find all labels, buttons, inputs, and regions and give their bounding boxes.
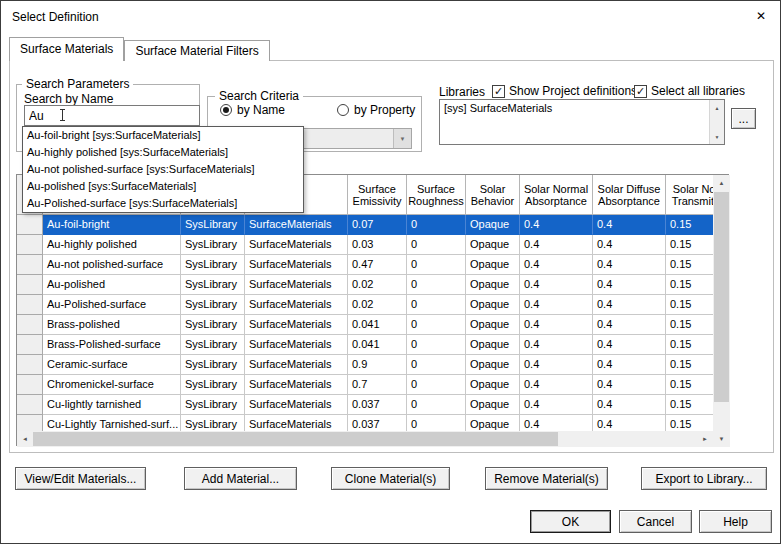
- cell-library[interactable]: SysLibrary: [181, 335, 245, 355]
- cell-name[interactable]: Au-highly polished: [43, 235, 181, 255]
- cell-category[interactable]: SurfaceMaterials: [245, 235, 348, 255]
- table-row[interactable]: Brass-polishedSysLibrarySurfaceMaterials…: [17, 315, 713, 335]
- row-header-cell[interactable]: [17, 275, 43, 295]
- scroll-left-icon[interactable]: ◄: [17, 431, 33, 447]
- combo-dropdown-icon[interactable]: ▼: [393, 129, 411, 148]
- library-list-item[interactable]: [sys] SurfaceMaterials: [440, 100, 724, 116]
- cell-library[interactable]: SysLibrary: [181, 275, 245, 295]
- cell-roughness[interactable]: 0: [407, 355, 466, 375]
- cell-library[interactable]: SysLibrary: [181, 415, 245, 431]
- cell-library[interactable]: SysLibrary: [181, 255, 245, 275]
- cell-name[interactable]: Brass-Polished-surface: [43, 335, 181, 355]
- row-header-cell[interactable]: [17, 215, 43, 235]
- cell-library[interactable]: SysLibrary: [181, 355, 245, 375]
- cell-category[interactable]: SurfaceMaterials: [245, 315, 348, 335]
- ok-button[interactable]: OK: [530, 510, 611, 533]
- cell-diffuse_absorptance[interactable]: 0.4: [593, 335, 666, 355]
- cell-diffuse_absorptance[interactable]: 0.4: [593, 355, 666, 375]
- cell-library[interactable]: SysLibrary: [181, 395, 245, 415]
- cell-normal_transmittance[interactable]: 0.15: [666, 235, 713, 255]
- cell-roughness[interactable]: 0: [407, 395, 466, 415]
- cell-emissivity[interactable]: 0.041: [348, 315, 407, 335]
- cell-normal_transmittance[interactable]: 0.15: [666, 295, 713, 315]
- cell-normal_absorptance[interactable]: 0.4: [520, 235, 593, 255]
- cell-diffuse_absorptance[interactable]: 0.4: [593, 215, 666, 235]
- cell-emissivity[interactable]: 0.037: [348, 395, 407, 415]
- radio-by-property[interactable]: by Property: [337, 103, 415, 117]
- tab-surface-material-filters[interactable]: Surface Material Filters: [124, 40, 269, 61]
- horizontal-scrollbar[interactable]: ◄ ►: [17, 431, 713, 447]
- cell-library[interactable]: SysLibrary: [181, 215, 245, 235]
- table-row[interactable]: Cu-Lightly Tarnished-surf...SysLibrarySu…: [17, 415, 713, 431]
- cell-normal_transmittance[interactable]: 0.15: [666, 395, 713, 415]
- cell-behavior[interactable]: Opaque: [466, 315, 520, 335]
- vertical-scrollbar-thumb[interactable]: [714, 192, 729, 402]
- column-header-behavior[interactable]: Solar Behavior: [466, 175, 520, 215]
- table-row[interactable]: Brass-Polished-surfaceSysLibrarySurfaceM…: [17, 335, 713, 355]
- cell-emissivity[interactable]: 0.9: [348, 355, 407, 375]
- table-row[interactable]: Cu-lightly tarnishedSysLibrarySurfaceMat…: [17, 395, 713, 415]
- cell-normal_transmittance[interactable]: 0.15: [666, 335, 713, 355]
- add-material-button[interactable]: Add Material...: [184, 467, 297, 490]
- cell-category[interactable]: SurfaceMaterials: [245, 295, 348, 315]
- cell-roughness[interactable]: 0: [407, 275, 466, 295]
- scroll-up-icon[interactable]: ▲: [713, 175, 730, 191]
- cell-diffuse_absorptance[interactable]: 0.4: [593, 315, 666, 335]
- column-header-diffuse_absorptance[interactable]: Solar Diffuse Absorptance: [593, 175, 666, 215]
- cell-diffuse_absorptance[interactable]: 0.4: [593, 255, 666, 275]
- cell-diffuse_absorptance[interactable]: 0.4: [593, 415, 666, 431]
- cell-normal_absorptance[interactable]: 0.4: [520, 375, 593, 395]
- cell-normal_transmittance[interactable]: 0.15: [666, 315, 713, 335]
- cell-library[interactable]: SysLibrary: [181, 295, 245, 315]
- cell-diffuse_absorptance[interactable]: 0.4: [593, 395, 666, 415]
- table-row[interactable]: Au-foil-brightSysLibrarySurfaceMaterials…: [17, 215, 713, 235]
- row-header-cell[interactable]: [17, 335, 43, 355]
- cell-normal_absorptance[interactable]: 0.4: [520, 275, 593, 295]
- browse-libraries-button[interactable]: ...: [731, 108, 756, 129]
- cell-name[interactable]: Chromenickel-surface: [43, 375, 181, 395]
- cell-category[interactable]: SurfaceMaterials: [245, 215, 348, 235]
- cell-behavior[interactable]: Opaque: [466, 415, 520, 431]
- column-header-emissivity[interactable]: Surface Emissivity: [348, 175, 407, 215]
- cell-emissivity[interactable]: 0.47: [348, 255, 407, 275]
- cell-behavior[interactable]: Opaque: [466, 395, 520, 415]
- cell-normal_absorptance[interactable]: 0.4: [520, 315, 593, 335]
- close-icon[interactable]: ✕: [756, 9, 766, 23]
- export-to-library-button[interactable]: Export to Library...: [641, 467, 767, 490]
- cell-normal_transmittance[interactable]: 0.15: [666, 355, 713, 375]
- row-header-cell[interactable]: [17, 315, 43, 335]
- libraries-list[interactable]: [sys] SurfaceMaterials ▲ ▼: [439, 99, 725, 145]
- cell-behavior[interactable]: Opaque: [466, 375, 520, 395]
- cell-diffuse_absorptance[interactable]: 0.4: [593, 275, 666, 295]
- help-button[interactable]: Help: [699, 510, 772, 533]
- cell-behavior[interactable]: Opaque: [466, 255, 520, 275]
- cell-normal_transmittance[interactable]: 0.15: [666, 255, 713, 275]
- cell-category[interactable]: SurfaceMaterials: [245, 255, 348, 275]
- cell-roughness[interactable]: 0: [407, 335, 466, 355]
- cell-behavior[interactable]: Opaque: [466, 275, 520, 295]
- cell-normal_transmittance[interactable]: 0.15: [666, 375, 713, 395]
- cell-roughness[interactable]: 0: [407, 255, 466, 275]
- cell-name[interactable]: Au-foil-bright: [43, 215, 181, 235]
- cell-name[interactable]: Au-not polished-surface: [43, 255, 181, 275]
- cell-normal_absorptance[interactable]: 0.4: [520, 215, 593, 235]
- cell-normal_transmittance[interactable]: 0.15: [666, 215, 713, 235]
- cell-behavior[interactable]: Opaque: [466, 235, 520, 255]
- remove-material-button[interactable]: Remove Material(s): [485, 467, 608, 490]
- cell-name[interactable]: Au-Polished-surface: [43, 295, 181, 315]
- cell-behavior[interactable]: Opaque: [466, 355, 520, 375]
- autocomplete-item[interactable]: Au-polished [sys:SurfaceMaterials]: [23, 178, 303, 195]
- table-row[interactable]: Au-highly polishedSysLibrarySurfaceMater…: [17, 235, 713, 255]
- cell-emissivity[interactable]: 0.02: [348, 295, 407, 315]
- libraries-list-scrollbar[interactable]: ▲ ▼: [709, 100, 724, 144]
- cell-name[interactable]: Brass-polished: [43, 315, 181, 335]
- cell-diffuse_absorptance[interactable]: 0.4: [593, 375, 666, 395]
- tab-surface-materials[interactable]: Surface Materials: [9, 37, 124, 61]
- column-header-normal_transmittance[interactable]: Solar Norm Transmittan: [666, 175, 713, 215]
- cell-diffuse_absorptance[interactable]: 0.4: [593, 235, 666, 255]
- horizontal-scrollbar-thumb[interactable]: [33, 432, 558, 446]
- checkbox-show-project-definitions[interactable]: ✓ Show Project definitions: [492, 84, 637, 98]
- cell-emissivity[interactable]: 0.07: [348, 215, 407, 235]
- row-header-cell[interactable]: [17, 375, 43, 395]
- cell-roughness[interactable]: 0: [407, 375, 466, 395]
